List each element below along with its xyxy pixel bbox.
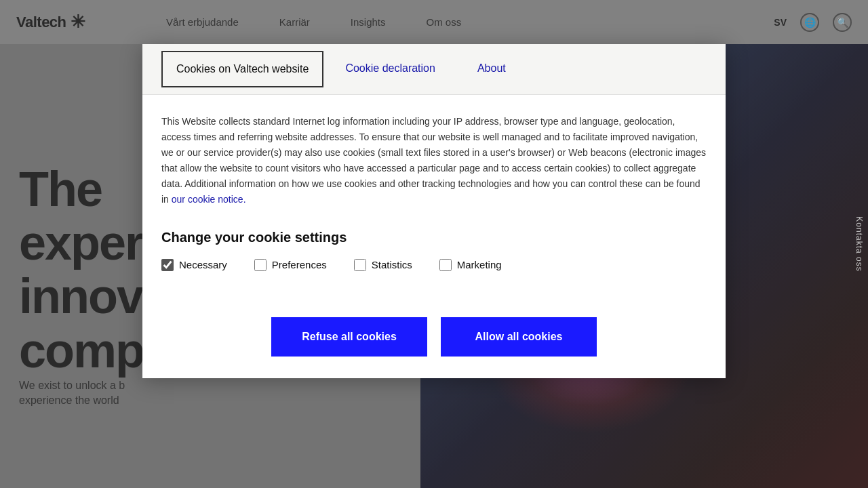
tab-cookies-on-valtech[interactable]: Cookies on Valtech website xyxy=(161,51,323,87)
cookie-options: Necessary Preferences Statistics Marketi… xyxy=(161,259,707,271)
label-necessary: Necessary xyxy=(179,259,227,270)
option-preferences[interactable]: Preferences xyxy=(254,259,327,271)
modal-description: This Website collects standard Internet … xyxy=(161,114,707,208)
refuse-all-cookies-button[interactable]: Refuse all cookies xyxy=(271,317,427,357)
tab-about[interactable]: About xyxy=(467,47,517,92)
cookie-modal: Cookies on Valtech website Cookie declar… xyxy=(142,44,726,378)
checkbox-preferences[interactable] xyxy=(254,259,267,271)
modal-body: This Website collects standard Internet … xyxy=(142,95,726,312)
modal-buttons: Refuse all cookies Allow all cookies xyxy=(142,312,726,378)
checkbox-marketing[interactable] xyxy=(439,259,452,271)
allow-all-cookies-button[interactable]: Allow all cookies xyxy=(441,317,597,357)
cookie-notice-link[interactable]: our cookie notice. xyxy=(172,194,246,205)
checkbox-statistics[interactable] xyxy=(354,259,366,271)
label-preferences: Preferences xyxy=(272,259,327,270)
label-statistics: Statistics xyxy=(372,259,412,270)
description-text: This Website collects standard Internet … xyxy=(161,116,706,205)
option-necessary[interactable]: Necessary xyxy=(161,259,227,271)
label-marketing: Marketing xyxy=(457,259,502,270)
checkbox-necessary[interactable] xyxy=(161,259,174,271)
option-statistics[interactable]: Statistics xyxy=(354,259,412,271)
settings-title: Change your cookie settings xyxy=(161,230,707,245)
option-marketing[interactable]: Marketing xyxy=(439,259,502,271)
modal-tabs: Cookies on Valtech website Cookie declar… xyxy=(142,44,726,95)
tab-cookie-declaration[interactable]: Cookie declaration xyxy=(334,47,446,92)
